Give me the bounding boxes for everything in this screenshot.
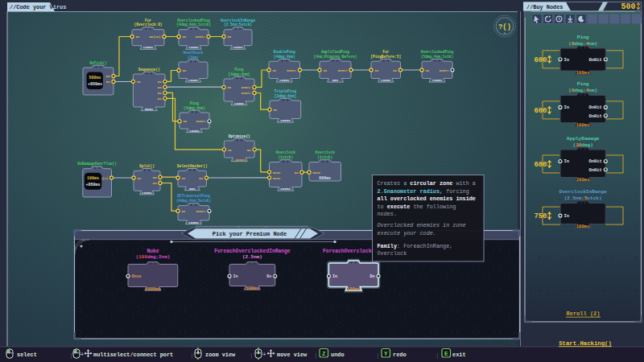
svg-text:Y: Y: [384, 351, 388, 357]
svg-text:DoublePing: DoublePing: [274, 50, 295, 54]
svg-text:100ms: 100ms: [576, 122, 590, 128]
svg-text:[4dmg;4nm]: [4dmg;4nm]: [228, 72, 250, 76]
svg-text:600: 600: [535, 56, 547, 64]
svg-text:In: In: [228, 86, 232, 89]
svg-text:OverclockInRange: OverclockInRange: [559, 189, 607, 195]
svg-text:(4dmg;4nm;5stck): (4dmg;4nm;5stck): [176, 199, 211, 203]
svg-text:Optimize(): Optimize(): [229, 134, 250, 138]
svg-text:500ms: 500ms: [89, 76, 101, 80]
svg-text:0ms: 0ms: [332, 78, 339, 82]
svg-text:100ms: 100ms: [347, 287, 360, 292]
svg-text:+050ms: +050ms: [85, 183, 100, 187]
svg-text:For: For: [382, 50, 389, 54]
svg-text:In: In: [136, 35, 140, 39]
svg-text:Once: Once: [313, 171, 321, 175]
svg-text:(8dmg;4nm): (8dmg;4nm): [568, 41, 597, 47]
svg-text:|: |: [376, 352, 380, 359]
svg-text:Z: Z: [322, 351, 326, 357]
svg-text:undo: undo: [331, 352, 345, 358]
svg-text:Overclock: Overclock: [378, 250, 407, 257]
svg-text:Sequence(): Sequence(): [138, 68, 160, 72]
svg-text:Ping: Ping: [235, 68, 244, 72]
svg-text:multiselect/connect port: multiselect/connect port: [93, 352, 173, 358]
svg-text:|: |: [314, 352, 318, 359]
svg-text:100ms: 100ms: [189, 129, 200, 133]
svg-text:Overclock: Overclock: [316, 150, 336, 154]
svg-text:ForeachOverclockedInRange: ForeachOverclockedInRange: [214, 249, 291, 254]
svg-text:(2.5nm;5stck): (2.5nm;5stck): [564, 195, 602, 201]
svg-text:Do: Do: [106, 80, 110, 84]
svg-text:In: In: [138, 177, 142, 180]
svg-text:Do: Do: [158, 86, 162, 89]
svg-text:In: In: [228, 35, 232, 39]
svg-text:Split(): Split(): [139, 164, 155, 168]
svg-text:Do: Do: [295, 171, 299, 175]
svg-text:[PingBefore:5]: [PingBefore:5]: [370, 55, 401, 59]
svg-text:0ms: 0ms: [189, 187, 196, 191]
svg-text:execute your code.: execute your code.: [378, 230, 436, 237]
svg-text:100ms: 100ms: [279, 78, 290, 82]
svg-text:nodes.: nodes.: [378, 211, 397, 217]
svg-text:+650ms: +650ms: [88, 82, 102, 87]
svg-text:select: select: [17, 352, 37, 358]
svg-text:In: In: [137, 80, 141, 84]
svg-text:redo: redo: [393, 352, 407, 358]
svg-text:100ms: 100ms: [280, 118, 291, 122]
svg-text:OnHit: OnHit: [589, 58, 602, 63]
svg-text:Do: Do: [153, 182, 157, 185]
svg-text:Ping: Ping: [577, 35, 589, 40]
svg-text:[3dmg;4nm]: [3dmg;4nm]: [275, 94, 296, 98]
svg-text:⌄: ⌄: [503, 31, 506, 35]
svg-text:100ms: 100ms: [234, 101, 245, 105]
svg-text:Once: Once: [273, 177, 281, 180]
svg-text:AmplifiedPing: AmplifiedPing: [321, 50, 349, 54]
svg-text:1000ms: 1000ms: [145, 287, 160, 292]
svg-text:OnHit: OnHit: [287, 69, 296, 72]
svg-text:Do: Do: [158, 80, 162, 84]
svg-text:(4nm;Pinging Before): (4nm;Pinging Before): [313, 55, 357, 59]
svg-text:Do: Do: [106, 75, 110, 78]
svg-text:OnHit: OnHit: [440, 69, 449, 72]
svg-text:In: In: [324, 69, 328, 72]
svg-text:(4dmg;4nm): (4dmg;4nm): [184, 106, 205, 110]
svg-text:100ms: 100ms: [188, 78, 199, 82]
svg-text:exit: exit: [452, 352, 466, 358]
svg-text:(30dmg): (30dmg): [573, 142, 593, 148]
svg-text:(4dmg;4nm;1stck): (4dmg;4nm;1stck): [176, 23, 211, 27]
svg-text://Code your Virus: //Code your Virus: [10, 4, 66, 10]
svg-text:100ms: 100ms: [246, 286, 258, 291]
svg-text:Do: Do: [199, 177, 203, 180]
svg-text:TriplePing: TriplePing: [275, 89, 296, 93]
svg-text:Do: Do: [266, 274, 271, 279]
svg-text:(2.5nm): (2.5nm): [242, 254, 262, 260]
svg-text:OnHit: OnHit: [196, 120, 206, 123]
svg-text:Creates a circular zone with a: Creates a circular zone with a: [378, 180, 476, 187]
svg-text:OnHit: OnHit: [338, 69, 348, 72]
svg-text:OnHit: OnHit: [242, 92, 251, 95]
svg-text:600: 600: [535, 107, 547, 115]
svg-text:200ms: 200ms: [576, 177, 590, 183]
svg-text:OnHit: OnHit: [589, 159, 602, 164]
svg-text:(1stck): (1stck): [278, 155, 293, 159]
svg-text:100ms: 100ms: [576, 70, 590, 76]
svg-text:|: |: [190, 352, 194, 359]
svg-text:OnDamageOverflow(): OnDamageOverflow(): [77, 162, 117, 166]
svg-text:Do: Do: [393, 69, 397, 72]
svg-text:OnHit: OnHit: [589, 105, 602, 110]
svg-text:Do: Do: [158, 97, 162, 101]
svg-text:OverclockedPing: OverclockedPing: [421, 50, 454, 54]
svg-text:500: 500: [621, 2, 635, 11]
svg-text:(3nm): (3nm): [188, 56, 199, 60]
svg-text:(5dmg;4nm;1stk): (5dmg;4nm;1stk): [421, 55, 454, 59]
svg-text:100ms: 100ms: [576, 224, 590, 229]
svg-text:100ms: 100ms: [142, 191, 152, 195]
svg-text:OnHit: OnHit: [196, 210, 206, 213]
svg-text:Family: ForeachInRange,: Family: ForeachInRange,: [378, 243, 453, 249]
svg-text:(Overclock:8): (Overclock:8): [134, 23, 162, 27]
svg-text:HeatStack: HeatStack: [184, 51, 204, 55]
svg-text:(6dmg;4nm): (6dmg;4nm): [568, 88, 597, 93]
svg-text:Reroll (2): Reroll (2): [566, 311, 600, 317]
svg-text:Do: Do: [158, 92, 162, 95]
svg-text:(4dmg;4nm): (4dmg;4nm): [274, 55, 295, 59]
svg-text:In: In: [564, 58, 569, 63]
